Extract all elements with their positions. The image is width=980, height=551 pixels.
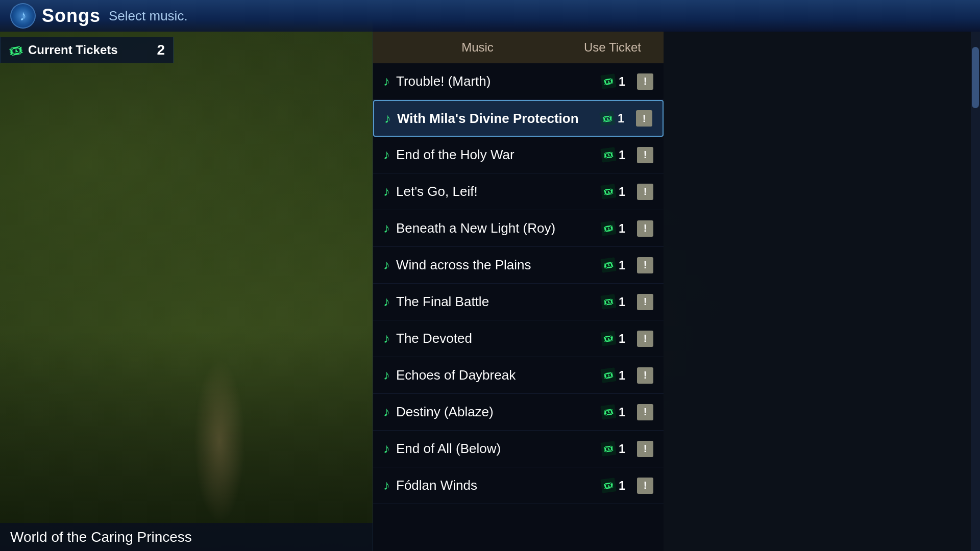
song-title: Trouble! (Marth) (396, 73, 592, 89)
music-list-item[interactable]: ♪ End of the Holy War 🎟 1 ! (373, 137, 664, 173)
tickets-label: Current Tickets (28, 43, 157, 57)
ticket-badge-icon: 🎟 (600, 367, 616, 383)
scrollbar-thumb (972, 47, 979, 108)
music-list-item[interactable]: ♪ Beneath a New Light (Roy) 🎟 1 ! (373, 210, 664, 247)
info-button[interactable]: ! (637, 184, 653, 200)
info-button[interactable]: ! (637, 331, 653, 347)
music-note-icon: ♪ (383, 294, 390, 310)
ticket-badge-icon: 🎟 (600, 478, 616, 493)
info-button[interactable]: ! (637, 257, 653, 273)
character-hint (194, 360, 245, 523)
tickets-bar: 🎟 Current Tickets 2 (0, 37, 174, 63)
song-title: End of All (Below) (396, 441, 592, 457)
ticket-count: 1 (618, 111, 628, 126)
music-list: ♪ Trouble! (Marth) 🎟 1 ! ♪ With Mila's D… (373, 63, 664, 504)
music-list-item[interactable]: ♪ Wind across the Plains 🎟 1 ! (373, 247, 664, 284)
ticket-badge-icon: 🎟 (600, 441, 616, 457)
ticket-count: 1 (619, 185, 629, 199)
song-title: Destiny (Ablaze) (396, 404, 592, 420)
song-title: The Devoted (396, 331, 592, 346)
music-note-icon: ♪ (383, 331, 390, 346)
column-headers: Music Use Ticket (373, 32, 664, 63)
ticket-badge-icon: 🎟 (599, 111, 615, 127)
ticket-count: 1 (619, 258, 629, 272)
ticket-cost: 🎟 1 ! (592, 184, 653, 200)
info-button[interactable]: ! (637, 220, 653, 237)
bottom-song-bar: World of the Caring Princess (0, 523, 373, 551)
music-list-item[interactable]: ♪ End of All (Below) 🎟 1 ! (373, 431, 664, 467)
song-title: Fódlan Winds (396, 478, 592, 493)
song-title: Let's Go, Leif! (396, 184, 592, 199)
music-note-icon: ♪ (383, 220, 390, 236)
song-title: Beneath a New Light (Roy) (396, 220, 592, 236)
info-button[interactable]: ! (637, 441, 653, 457)
info-button[interactable]: ! (637, 478, 653, 494)
ticket-cost: 🎟 1 ! (592, 331, 653, 347)
page-subtitle: Select music. (109, 8, 188, 24)
song-title: Wind across the Plains (396, 257, 592, 273)
ticket-badge-icon: 🎟 (600, 73, 616, 89)
ticket-cost: 🎟 1 ! (592, 220, 653, 237)
ticket-count: 1 (619, 74, 629, 89)
music-list-item[interactable]: ♪ The Devoted 🎟 1 ! (373, 320, 664, 357)
ticket-cost: 🎟 1 ! (592, 441, 653, 457)
music-note-icon: ♪ (383, 367, 390, 383)
music-list-item[interactable]: ♪ Trouble! (Marth) 🎟 1 ! (373, 63, 664, 100)
ticket-badge-icon: 🎟 (600, 294, 616, 310)
header-bar: ♪ Songs Select music. (0, 0, 980, 32)
music-list-item[interactable]: ♪ Echoes of Daybreak 🎟 1 ! (373, 357, 664, 394)
song-title: End of the Holy War (396, 147, 592, 163)
music-note-icon: ♪ (383, 257, 390, 273)
info-button[interactable]: ! (636, 110, 652, 127)
col-header-music: Music (383, 40, 572, 55)
info-button[interactable]: ! (637, 147, 653, 163)
page-title: Songs (42, 5, 101, 27)
tickets-count: 2 (157, 42, 165, 58)
music-list-item[interactable]: ♪ Let's Go, Leif! 🎟 1 ! (373, 173, 664, 210)
music-note-icon: ♪ (383, 184, 390, 199)
info-button[interactable]: ! (637, 404, 653, 420)
music-list-item[interactable]: ♪ The Final Battle 🎟 1 ! (373, 284, 664, 320)
music-note-icon: ♪ (19, 8, 27, 24)
ticket-badge-icon: 🎟 (600, 147, 616, 163)
bottom-song-label: World of the Caring Princess (10, 529, 192, 545)
header-icon: ♪ (10, 3, 36, 29)
song-title: Echoes of Daybreak (396, 367, 592, 383)
col-header-use-ticket: Use Ticket (572, 40, 653, 55)
ticket-cost: 🎟 1 ! (592, 257, 653, 273)
song-title: The Final Battle (396, 294, 592, 310)
ticket-count: 1 (619, 368, 629, 383)
ticket-count: 1 (619, 295, 629, 309)
song-title: With Mila's Divine Protection (397, 111, 591, 127)
ticket-badge-icon: 🎟 (600, 220, 616, 236)
ticket-cost: 🎟 1 ! (591, 110, 652, 127)
ticket-cost: 🎟 1 ! (592, 367, 653, 384)
scrollbar[interactable] (971, 32, 980, 551)
music-note-icon: ♪ (383, 147, 390, 163)
ticket-count: 1 (619, 221, 629, 236)
ticket-count: 1 (619, 405, 629, 419)
info-button[interactable]: ! (637, 294, 653, 310)
ticket-cost: 🎟 1 ! (592, 478, 653, 494)
music-note-icon: ♪ (383, 73, 390, 89)
music-panel: Music Use Ticket ♪ Trouble! (Marth) 🎟 1 … (373, 32, 664, 551)
ticket-count: 1 (619, 479, 629, 493)
ticket-cost: 🎟 1 ! (592, 147, 653, 163)
info-button[interactable]: ! (637, 73, 653, 90)
ticket-badge-icon: 🎟 (600, 331, 616, 346)
ticket-badge-icon: 🎟 (600, 257, 616, 273)
music-list-item[interactable]: ♪ With Mila's Divine Protection 🎟 1 ! (373, 100, 664, 137)
ticket-cost: 🎟 1 ! (592, 404, 653, 420)
music-note-icon: ♪ (383, 441, 390, 457)
ticket-cost: 🎟 1 ! (592, 294, 653, 310)
music-note-icon: ♪ (383, 404, 390, 420)
ticket-icon: 🎟 (7, 40, 24, 59)
info-button[interactable]: ! (637, 367, 653, 384)
background-tree (0, 0, 373, 551)
music-list-item[interactable]: ♪ Destiny (Ablaze) 🎟 1 ! (373, 394, 664, 431)
music-list-item[interactable]: ♪ Fódlan Winds 🎟 1 ! (373, 467, 664, 504)
ticket-count: 1 (619, 148, 629, 162)
ticket-badge-icon: 🎟 (600, 184, 616, 199)
ticket-badge-icon: 🎟 (600, 404, 616, 420)
ticket-count: 1 (619, 442, 629, 456)
